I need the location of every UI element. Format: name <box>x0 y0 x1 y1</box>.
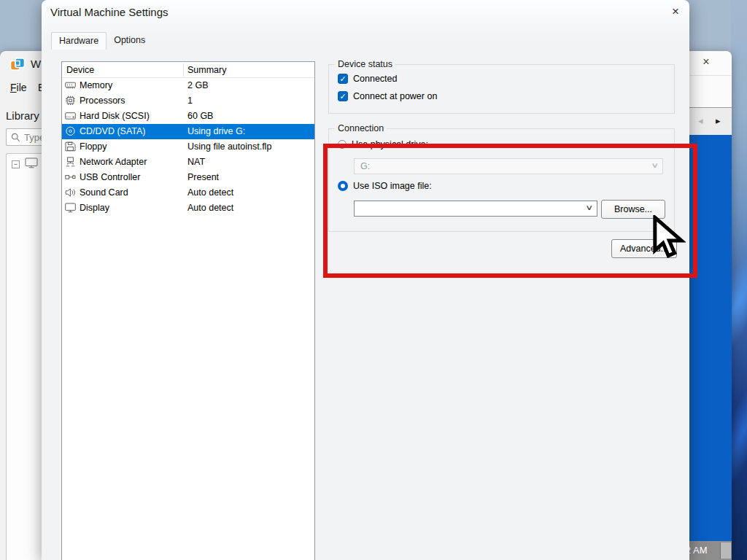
connected-checkbox-row[interactable]: ✓ Connected <box>338 74 397 84</box>
power-on-label: Connect at power on <box>353 91 437 101</box>
vmware-logo-icon <box>9 56 26 72</box>
guest-tray-button[interactable] <box>720 542 731 559</box>
desktop-wallpaper <box>731 0 747 560</box>
annotation-rectangle <box>323 144 697 278</box>
divider <box>689 75 732 76</box>
device-row-cd-dvd[interactable]: CD/DVD (SATA) Using drive G: <box>62 124 314 139</box>
connected-checkbox[interactable]: ✓ <box>338 74 348 84</box>
device-row-floppy[interactable]: Floppy Using file autoinst.flp <box>62 139 314 155</box>
device-table: Device Summary Memory 2 GB Processors 1 … <box>61 61 315 560</box>
menu-file[interactable]: File <box>10 82 27 93</box>
tab-nav-toolbar: ◂ ▸ <box>689 107 732 135</box>
device-row-display[interactable]: Display Auto detect <box>62 201 314 216</box>
nav-forward-icon[interactable]: ▸ <box>716 115 721 126</box>
dialog-title: Virtual Machine Settings <box>50 6 168 18</box>
tab-options[interactable]: Options <box>107 32 152 50</box>
close-icon[interactable]: × <box>665 1 686 22</box>
connection-label: Connection <box>335 123 387 133</box>
display-icon <box>65 203 76 218</box>
column-divider <box>183 63 184 77</box>
monitor-icon[interactable] <box>25 158 38 168</box>
library-header: Library <box>6 109 39 122</box>
tab-hardware[interactable]: Hardware <box>51 32 107 50</box>
device-status-label: Device status <box>335 59 395 69</box>
tab-close-icon[interactable]: × <box>698 53 714 71</box>
connect-at-power-on-checkbox[interactable]: ✓ <box>338 91 348 101</box>
vm-settings-dialog: Virtual Machine Settings × Hardware Opti… <box>42 0 689 560</box>
nav-back-icon[interactable]: ◂ <box>698 115 703 126</box>
column-header-summary[interactable]: Summary <box>187 62 226 78</box>
device-row-processors[interactable]: Processors 1 <box>62 93 314 109</box>
column-header-device[interactable]: Device <box>66 62 94 78</box>
device-row-sound-card[interactable]: Sound Card Auto detect <box>62 185 314 201</box>
device-table-header: Device Summary <box>62 62 314 78</box>
guest-taskbar: 2 AM <box>689 541 732 560</box>
device-status-group: Device status ✓ Connected ✓ Connect at p… <box>328 64 675 114</box>
power-on-checkbox-row[interactable]: ✓ Connect at power on <box>338 91 437 101</box>
connected-label: Connected <box>353 74 397 84</box>
device-row-memory[interactable]: Memory 2 GB <box>62 78 314 93</box>
tree-expander-icon[interactable]: − <box>12 160 20 168</box>
library-tree-panel: − <box>6 153 42 560</box>
device-row-hard-disk[interactable]: Hard Disk (SCSI) 60 GB <box>62 109 314 124</box>
vmware-window-title: W <box>31 58 41 70</box>
tab-strip: Hardware Options <box>51 32 152 50</box>
device-row-network-adapter[interactable]: Network Adapter NAT <box>62 155 314 170</box>
vmware-right-edge: × ◂ ▸ 2 AM <box>689 51 732 560</box>
device-row-usb-controller[interactable]: USB Controller Present <box>62 170 314 185</box>
mouse-cursor-icon <box>652 215 686 263</box>
search-icon <box>11 133 20 142</box>
